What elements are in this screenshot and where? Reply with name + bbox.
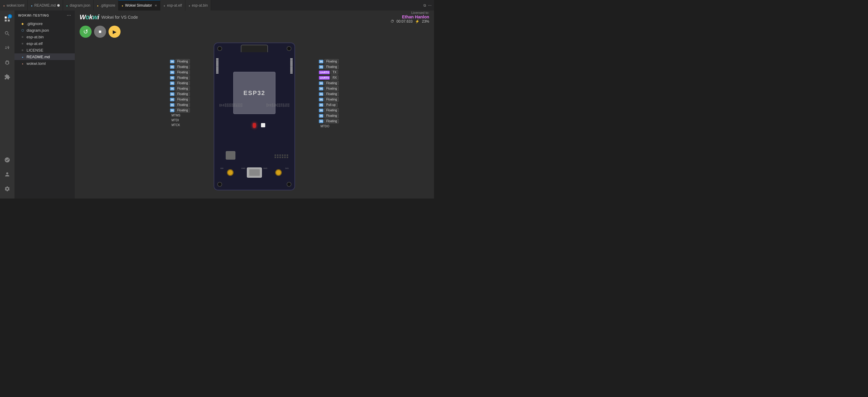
restart-button[interactable]: ↺	[80, 26, 92, 38]
corner-hole-tl	[217, 46, 222, 51]
dot	[277, 154, 278, 156]
pad	[290, 63, 293, 64]
pad	[216, 73, 218, 74]
activity-explorer[interactable]: 1	[0, 12, 14, 26]
tab-esp-at-bin[interactable]: ⬥ esp-at.bin	[185, 0, 211, 10]
sidebar-item-label: LICENSE	[27, 48, 43, 53]
pad	[216, 61, 218, 61]
pad	[216, 62, 218, 63]
component-bottom-left	[226, 151, 236, 160]
activity-extensions[interactable]	[0, 70, 14, 84]
pin-left-7: IN Floating	[170, 97, 190, 102]
pin-right-4: IN Floating	[319, 81, 339, 85]
sidebar: WOKWI-TESTING ··· ◆ .gitignore ⬡ diagram…	[14, 10, 75, 198]
sidebar-item-label: .gitignore	[27, 22, 42, 26]
pad	[290, 65, 293, 66]
sidebar-item-label: esp-at.elf	[27, 41, 42, 46]
pin-right-5: IN Floating	[319, 86, 339, 91]
tab-wokwi-toml[interactable]: ⬥ wokwi.toml	[0, 0, 28, 10]
pad	[216, 64, 218, 65]
pin-right-pullup: IN Pull-up	[319, 103, 337, 107]
tab-close-button[interactable]: ✕	[155, 4, 157, 7]
pin-right-7: IN Floating	[319, 97, 339, 102]
dot	[287, 157, 288, 158]
led-indicator	[253, 123, 256, 128]
right-pads	[290, 58, 293, 74]
dot	[282, 154, 283, 156]
corner-hole-bl	[217, 182, 222, 187]
dot-right	[275, 169, 282, 176]
pin-left-2: IN Floating	[170, 70, 190, 75]
activity-remote[interactable]	[0, 153, 14, 167]
dot	[275, 154, 276, 156]
pad	[290, 68, 293, 69]
board-edge-labels-left: EN VP VN D34 D35 D32 D33 D25 D26 D27 D14…	[219, 58, 243, 153]
sidebar-item-label: diagram.json	[27, 28, 49, 33]
elf-icon: ≡	[21, 41, 25, 46]
sidebar-item-wokwi-toml[interactable]: ⬥ wokwi.toml	[14, 60, 75, 67]
pin-right-uart0-tx: UART0 TX	[319, 70, 338, 75]
sidebar-item-license[interactable]: ≡ LICENSE	[14, 47, 75, 53]
dot	[287, 154, 288, 156]
sidebar-item-esp-at-elf[interactable]: ≡ esp-at.elf	[14, 40, 75, 47]
left-pins: IN Floating IN Floating IN Floating IN F…	[170, 59, 190, 127]
editor-area: Wokwi Wokwi for VS Code Licensed to: Eth…	[75, 10, 434, 198]
pad	[290, 69, 293, 70]
layout-icon[interactable]: ⧉	[424, 3, 426, 7]
sim-controls: ↺ ■ ▶	[75, 24, 434, 39]
tab-wokwi-simulator[interactable]: ⬥ Wokwi Simulator ✕	[119, 0, 160, 10]
esp32-chip-label: ESP32	[244, 90, 265, 96]
activity-bar: 1	[0, 10, 14, 198]
dot-left	[227, 169, 234, 176]
tab-gitignore[interactable]: ⬥ .gitignore	[94, 0, 119, 10]
pin-left-mtms: MTMS	[170, 113, 190, 117]
activity-run-debug[interactable]	[0, 55, 14, 70]
pad	[216, 69, 218, 70]
dot	[284, 154, 286, 156]
tab-icon-md: ⬥	[31, 4, 33, 7]
pad	[216, 63, 218, 64]
activity-settings[interactable]	[0, 181, 14, 196]
sidebar-more-button[interactable]: ···	[67, 13, 71, 18]
tab-esp-at-elf[interactable]: ⬥ esp-at.elf	[160, 0, 185, 10]
tab-readme-md[interactable]: ⬥ README.md	[28, 0, 63, 10]
sidebar-title: WOKWI-TESTING	[18, 13, 49, 17]
wokwi-subtitle: Wokwi for VS Code	[101, 15, 138, 20]
wokwi-timer: ⏱ 00:07.633 ⚡ 23%	[391, 19, 429, 24]
tab-diagram-json[interactable]: ⬥ diagram.json	[63, 0, 94, 10]
sidebar-item-label: wokwi.toml	[27, 61, 46, 66]
pad	[290, 72, 293, 73]
pad	[290, 58, 293, 59]
sidebar-item-diagram-json[interactable]: ⬡ diagram.json	[14, 27, 75, 33]
activity-source-control[interactable]	[0, 41, 14, 55]
pin-left-mtck: MTCK	[170, 123, 190, 127]
dot	[275, 157, 276, 158]
tab-icon-json: ⬥	[66, 4, 68, 7]
board-container: IN Floating IN Floating IN Floating IN F…	[170, 42, 339, 193]
activity-search[interactable]	[0, 26, 14, 41]
pin-left-0: IN Floating	[170, 59, 190, 64]
right-pins: IN Floating IN Floating UART0 TX UART0 R…	[319, 59, 339, 128]
tab-label: esp-at.bin	[192, 3, 208, 7]
overflow-icon[interactable]: ⋯	[428, 3, 432, 7]
pin-left-6: IN Floating	[170, 92, 190, 96]
stop-button[interactable]: ■	[94, 26, 106, 38]
cpu-usage: 23%	[422, 19, 429, 24]
board-edge-labels-right: D23 D22 TX0 RX0 D21 D18 D19 D5 TX2 RX2 D…	[266, 58, 290, 153]
license-label: Licensed to:	[391, 11, 429, 15]
pad	[290, 61, 293, 61]
pin-right-mtdo: MTDO	[319, 124, 331, 128]
pad	[290, 64, 293, 65]
tab-icon-bin: ⬥	[188, 4, 190, 7]
restart-icon: ↺	[83, 28, 88, 35]
sidebar-item-label: esp-at.bin	[27, 35, 44, 39]
pin-right-uart0-rx: UART0 RX	[319, 76, 338, 80]
clock-icon: ⏱	[391, 19, 394, 24]
pin-left-8: IN Floating	[170, 103, 190, 107]
play-button[interactable]: ▶	[108, 26, 121, 38]
pin-left-9: IN Floating	[170, 108, 190, 113]
sidebar-item-esp-at-bin[interactable]: ≡ esp-at.bin	[14, 33, 75, 40]
sidebar-item-gitignore[interactable]: ◆ .gitignore	[14, 20, 75, 27]
activity-accounts[interactable]	[0, 167, 14, 181]
sidebar-item-readme[interactable]: ⬥ README.md	[14, 53, 75, 60]
